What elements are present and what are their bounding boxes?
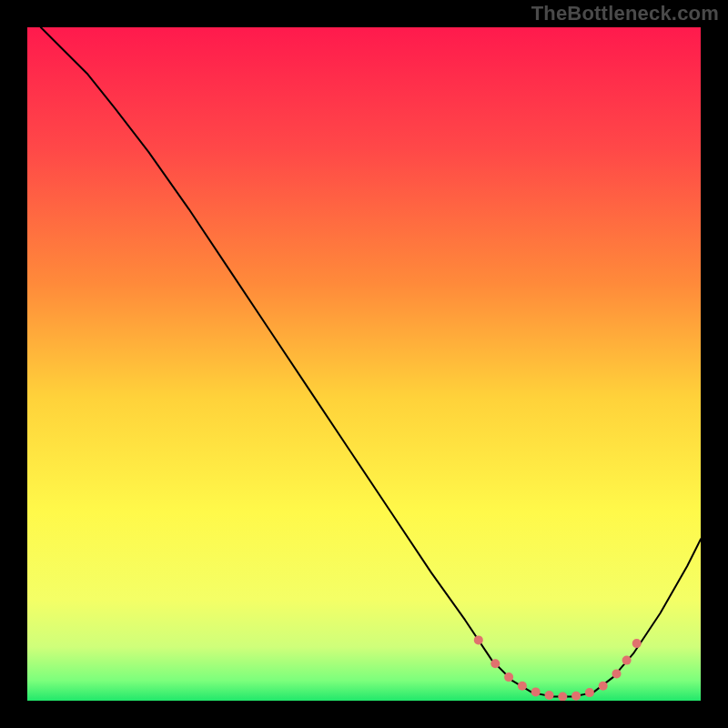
optimal-marker <box>490 659 500 668</box>
bottleneck-chart <box>27 27 701 701</box>
optimal-marker <box>504 672 513 682</box>
watermark-text: TheBottleneck.com <box>531 2 719 25</box>
gradient-background <box>27 27 701 701</box>
optimal-marker <box>622 656 632 665</box>
optimal-marker <box>632 639 642 648</box>
optimal-marker <box>474 635 483 644</box>
optimal-marker <box>612 669 622 678</box>
plot-area <box>27 27 701 701</box>
optimal-marker <box>518 682 527 691</box>
optimal-marker <box>571 692 581 701</box>
optimal-marker <box>585 688 594 697</box>
optimal-marker <box>531 687 541 696</box>
chart-frame: TheBottleneck.com <box>0 0 728 728</box>
optimal-marker <box>545 691 554 700</box>
optimal-marker <box>599 682 608 691</box>
